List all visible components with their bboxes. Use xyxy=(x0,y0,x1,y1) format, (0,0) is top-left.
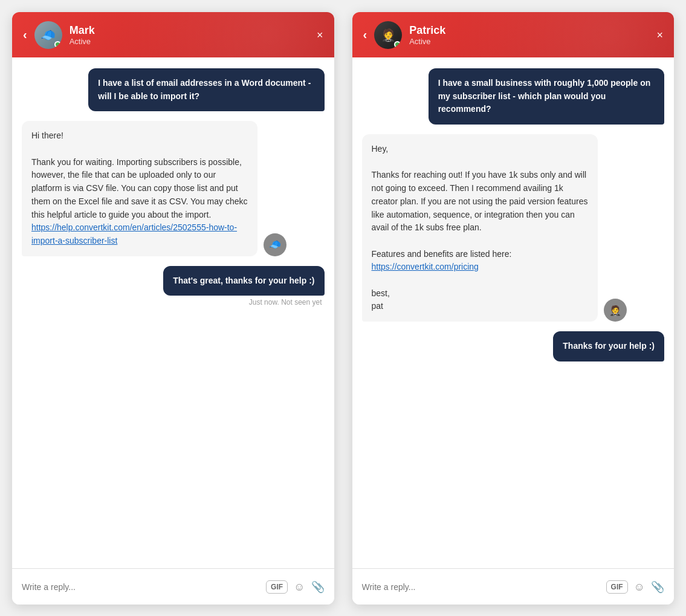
message-bubble: I have a list of email addresses in a Wo… xyxy=(88,68,324,111)
messages-area: I have a small business with roughly 1,0… xyxy=(352,57,675,568)
message-with-avatar: Hey,Thanks for reaching out! If you have… xyxy=(362,134,665,322)
message-with-avatar: Hi there!Thank you for waiting. Importin… xyxy=(22,121,325,256)
message-row: That's great, thanks for your help :) Ju… xyxy=(22,266,325,307)
messages-area: I have a list of email addresses in a Wo… xyxy=(12,57,334,568)
back-button[interactable]: ‹ xyxy=(23,28,27,42)
input-actions: GIF ☺ 📎 xyxy=(266,580,324,594)
message-row: Hi there!Thank you for waiting. Importin… xyxy=(22,121,325,256)
close-button[interactable]: × xyxy=(656,30,663,41)
contact-name: Patrick xyxy=(409,24,649,37)
avatar: 🧢 xyxy=(34,21,62,49)
chat-input-area: GIF ☺ 📎 xyxy=(12,568,334,605)
message-row: I have a list of email addresses in a Wo… xyxy=(22,68,325,111)
emoji-button[interactable]: ☺ xyxy=(634,582,645,592)
contact-status: Active xyxy=(70,37,309,46)
emoji-button[interactable]: ☺ xyxy=(294,582,305,592)
chat-window-patrick: ‹ 🤵 Patrick Active × I have a small busi… xyxy=(352,12,675,605)
avatar: 🤵 xyxy=(374,21,402,49)
close-button[interactable]: × xyxy=(317,30,323,41)
contact-name: Mark xyxy=(70,24,309,37)
message-timestamp: Just now. Not seen yet xyxy=(249,298,325,306)
message-bubble: That's great, thanks for your help :) xyxy=(163,266,324,296)
chat-input-area: GIF ☺ 📎 xyxy=(352,568,675,605)
message-bubble: Hey,Thanks for reaching out! If you have… xyxy=(362,134,598,322)
reply-input[interactable] xyxy=(22,582,260,592)
gif-button[interactable]: GIF xyxy=(606,580,628,594)
header-info: Mark Active xyxy=(70,24,309,46)
status-dot xyxy=(394,41,401,48)
message-row: Thanks for your help :) xyxy=(362,331,665,361)
attach-button[interactable]: 📎 xyxy=(651,582,664,592)
avatar: 🤵 xyxy=(604,299,627,322)
chat-header-mark: ‹ 🧢 Mark Active × xyxy=(12,12,334,57)
message-bubble: Hi there!Thank you for waiting. Importin… xyxy=(22,121,257,256)
chat-header-patrick: ‹ 🤵 Patrick Active × xyxy=(352,12,675,57)
header-info: Patrick Active xyxy=(409,24,649,46)
input-actions: GIF ☺ 📎 xyxy=(606,580,664,594)
message-row: Hey,Thanks for reaching out! If you have… xyxy=(362,134,665,322)
reply-input[interactable] xyxy=(362,582,600,592)
message-row: I have a small business with roughly 1,0… xyxy=(362,68,665,125)
chat-window-mark: ‹ 🧢 Mark Active × I have a list of email… xyxy=(12,12,334,605)
contact-status: Active xyxy=(409,37,649,46)
avatar: 🧢 xyxy=(264,233,286,256)
pricing-link[interactable]: https://convertkit.com/pricing xyxy=(372,262,479,271)
status-dot xyxy=(54,41,61,48)
gif-button[interactable]: GIF xyxy=(266,580,288,594)
message-bubble: Thanks for your help :) xyxy=(553,331,664,361)
message-bubble: I have a small business with roughly 1,0… xyxy=(429,68,664,125)
attach-button[interactable]: 📎 xyxy=(311,582,325,592)
back-button[interactable]: ‹ xyxy=(363,28,367,42)
article-link[interactable]: https://help.convertkit.com/en/articles/… xyxy=(31,222,237,245)
